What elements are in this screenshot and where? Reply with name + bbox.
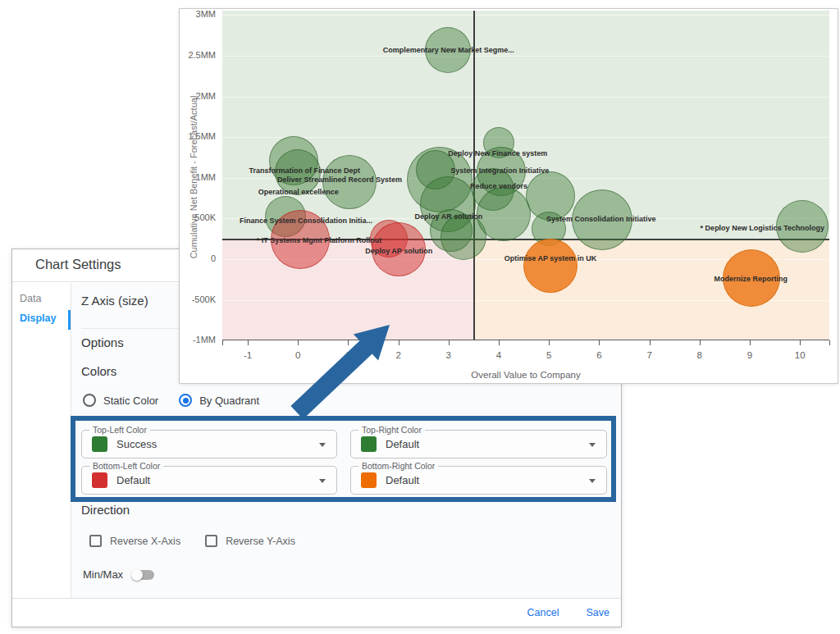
x-tick-label: -1 [244,350,252,360]
bubble-label: Operational excellence [258,188,339,196]
dialog-footer: Cancel Save [12,598,621,627]
bubble-chart-panel: Cumulative Net Benefit - Forecast/Actual… [179,8,838,384]
bubble-label: System Integration Initiative [450,166,549,175]
x-tick-label: 5 [546,350,551,360]
x-tick-label: 8 [697,350,702,360]
x-axis-cap [222,340,223,345]
annotation-arrow [279,316,410,431]
tab-data[interactable]: Data [20,293,41,304]
section-options: Options [81,335,124,349]
x-tick-label: 9 [747,350,752,360]
bubble-label: Deploy New Finance system [448,149,547,157]
bubble-label: Reduce vendors [470,182,527,190]
dialog-title: Chart Settings [35,257,121,272]
bubble-label: System Consolidation Initiative [546,215,656,223]
x-tick-mark [700,340,701,345]
static-color-radio[interactable] [83,394,96,407]
x-tick-label: 4 [496,350,501,360]
bubble-label: Transformation of Finance Dept [249,166,360,175]
y-tick-label: 1MM [183,172,216,182]
x-tick-mark [449,340,450,345]
y-tick-label: 2MM [183,91,216,101]
section-colors: Colors [81,364,116,378]
by-quadrant-label: By Quadrant [199,395,259,407]
section-z-axis: Z Axis (size) [81,294,148,308]
bubble-label: Complementary New Market Segme... [383,46,514,54]
y-tick-label: 2.5MM [183,50,216,60]
bubble-label: Deploy AP solution [365,247,432,255]
plot-area: Complementary New Market Segme...Deploy … [222,11,829,340]
x-tick-mark [248,340,249,345]
quadrant-divider-vertical [473,11,475,340]
reverse-y-axis-checkbox[interactable] [205,535,217,547]
minmax-label: Min/Max [83,568,123,581]
gridline [222,56,829,57]
y-tick-label: 1.5MM [183,131,216,141]
save-button[interactable]: Save [587,607,610,618]
y-tick-label: -500K [183,294,216,304]
toggle-knob [131,569,143,581]
reverse-y-axis-label: Reverse Y-Axis [226,536,295,547]
x-tick-mark [549,340,550,345]
x-tick-label: 6 [596,350,601,360]
y-tick-label: 0 [183,253,216,263]
x-tick-label: 3 [446,350,451,360]
bubble-label: Finance System Consolidation Initia... [240,217,372,225]
active-tab-indicator [68,310,71,330]
direction-checkboxes: Reverse X-Axis Reverse Y-Axis [89,535,295,547]
bubble-label: Deploy AR solution [414,212,482,221]
y-tick-label: -1MM [183,335,216,344]
dialog-sidebar: Data Display [12,283,71,598]
x-tick-label: 7 [646,350,651,360]
gridline [222,137,829,138]
x-tick-mark [499,340,500,345]
y-tick-label: 3MM [183,9,216,19]
cancel-button[interactable]: Cancel [527,607,559,618]
by-quadrant-radio[interactable] [179,394,192,407]
bubble-label: Modernize Reporting [714,275,788,283]
gridline [222,97,829,98]
bubble-label: * Deploy New Logistics Technology [701,224,824,232]
bubble-label: * IT Systems Mgmt Platform Rollout [257,236,382,244]
screen: Chart Settings Data Display Z Axis (size… [0,0,840,634]
reverse-x-axis-checkbox[interactable] [89,535,102,547]
color-mode-radios: Static Color By Quadrant [83,393,259,408]
x-axis-cap [829,340,830,345]
bubble-label: Optimise AP system in UK [504,254,597,262]
minmax-toggle[interactable] [133,570,154,580]
bubble-label: Deliver Streamlined Record System [277,176,402,184]
chart-bubble[interactable] [523,239,578,293]
static-color-label: Static Color [103,395,158,407]
x-tick-label: 10 [795,350,806,360]
section-direction: Direction [81,503,130,517]
gridline [222,15,829,16]
x-tick-mark [800,340,801,345]
y-tick-label: 500K [183,212,216,222]
minmax-row: Min/Max [83,568,154,581]
arrow-shape [290,325,390,419]
tab-display[interactable]: Display [20,312,56,324]
reverse-x-axis-label: Reverse X-Axis [110,536,180,547]
x-tick-mark [599,340,600,345]
x-tick-mark [750,340,751,345]
x-tick-mark [650,340,651,345]
